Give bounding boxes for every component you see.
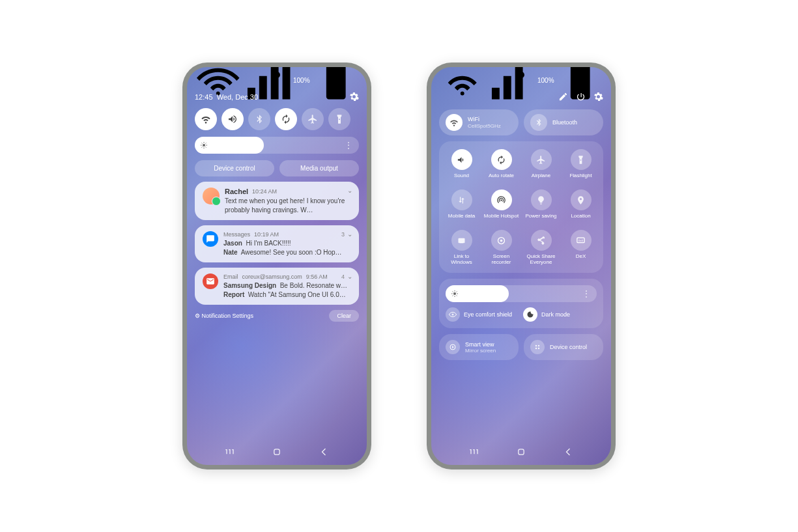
recents-button[interactable] [468, 445, 481, 458]
home-button[interactable] [515, 445, 528, 458]
rotate-toggle[interactable] [275, 108, 297, 130]
dex-icon: DeX [571, 230, 591, 251]
home-button[interactable] [270, 445, 283, 458]
device-control-button[interactable]: Device control [195, 160, 274, 176]
svg-point-14 [538, 348, 540, 350]
brightness-slider[interactable]: ⋮ [446, 285, 597, 302]
camera-hole [274, 72, 280, 78]
hotspot-icon [491, 189, 512, 210]
svg-rect-15 [519, 449, 524, 455]
tile-mobiledata[interactable]: Mobile data [443, 189, 480, 225]
tile-label: Flashlight [569, 173, 591, 184]
tile-label: Mobile data [448, 213, 475, 225]
notification-email[interactable]: 4⌄ Emailcoreux@samsung.com9:56 AM Samsun… [195, 268, 359, 305]
airplane-toggle[interactable] [302, 108, 324, 130]
sound-toggle[interactable] [221, 108, 244, 130]
svg-point-5 [500, 239, 503, 242]
tile-flashlight[interactable]: Flashlight [562, 149, 599, 184]
signal-icon [488, 67, 534, 104]
media-output-button[interactable]: Media output [279, 160, 359, 176]
svg-point-12 [538, 345, 540, 347]
tile-link[interactable]: Link to Windows [443, 230, 480, 265]
battery-text: 100% [537, 77, 554, 84]
notif-time: 10:24 AM [252, 188, 277, 195]
clock: 12:45 [195, 93, 213, 101]
brightness-icon [451, 290, 459, 298]
wifi-button[interactable]: WiFiCellSpot5GHz [439, 109, 519, 135]
svg-point-11 [535, 345, 537, 347]
avatar-icon [203, 188, 220, 204]
date: Wed, Dec 30 [217, 93, 258, 101]
tile-label: Mobile Hotspot [484, 213, 519, 225]
eye-icon [446, 307, 460, 322]
wifi-icon [446, 114, 463, 131]
sound-icon [451, 149, 472, 170]
tile-quickshare[interactable]: Quick Share Everyone [522, 230, 560, 265]
bluetooth-icon [530, 114, 547, 131]
svg-point-13 [535, 348, 537, 350]
bluetooth-button[interactable]: Bluetooth [524, 109, 603, 135]
messages-icon [203, 231, 218, 247]
display-section: ⋮ Eye comfort shield Dark mode [439, 279, 603, 328]
svg-point-9 [452, 314, 454, 316]
camera-hole [518, 72, 524, 78]
chevron-down-icon[interactable]: ⌄ [347, 231, 352, 238]
flashlight-icon [571, 149, 591, 170]
svg-rect-3 [460, 242, 463, 243]
notification-settings-link[interactable]: ⚙ Notification Settings [195, 313, 253, 319]
tile-label: Sound [454, 173, 469, 184]
svg-point-8 [453, 292, 456, 295]
back-button[interactable] [317, 445, 330, 458]
quick-settings-row [195, 108, 359, 130]
tile-hotspot[interactable]: Mobile Hotspot [483, 189, 520, 225]
bluetooth-toggle[interactable] [248, 108, 270, 130]
flashlight-toggle[interactable] [328, 108, 350, 130]
edit-icon[interactable] [558, 92, 568, 102]
airplane-icon [531, 149, 552, 170]
rotate-icon [491, 149, 512, 170]
cast-icon [446, 340, 460, 354]
notif-body: Text me when you get here! I know you're… [225, 197, 351, 214]
link-icon [451, 230, 472, 251]
tile-label: Screen recorder [483, 253, 520, 265]
dark-mode-icon [523, 307, 537, 322]
back-button[interactable] [562, 445, 575, 458]
chevron-down-icon[interactable]: ⌄ [347, 187, 352, 194]
tile-location[interactable]: Location [562, 189, 599, 225]
tile-label: Airplane [532, 173, 550, 184]
phone-left-notification-panel: 100% 12:45 Wed, Dec 30 ⋮ Device control … [182, 63, 371, 469]
recents-button[interactable] [223, 445, 236, 458]
tile-label: Link to Windows [443, 253, 480, 265]
wifi-icon [439, 67, 485, 104]
mobiledata-icon [451, 189, 472, 210]
tile-label: DeX [576, 253, 586, 265]
grid-icon [530, 340, 545, 354]
tile-label: Quick Share Everyone [522, 253, 560, 265]
tile-record[interactable]: Screen recorder [483, 230, 520, 265]
tile-dex[interactable]: DeXDeX [562, 230, 599, 265]
location-icon [571, 189, 591, 210]
brightness-slider[interactable]: ⋮ [195, 137, 359, 154]
settings-icon[interactable] [349, 92, 359, 102]
tile-powersave[interactable]: Power saving [522, 189, 560, 225]
svg-rect-1 [274, 449, 279, 455]
eye-comfort-toggle[interactable]: Eye comfort shield [446, 307, 519, 322]
powersave-icon [531, 189, 552, 210]
notification-rachel[interactable]: ⌄ Rachel10:24 AM Text me when you get he… [195, 182, 359, 220]
device-control-button[interactable]: Device control [524, 334, 603, 360]
wifi-toggle[interactable] [195, 108, 217, 130]
tile-label: Location [571, 213, 590, 225]
chevron-down-icon[interactable]: ⌄ [347, 273, 352, 280]
notification-messages[interactable]: 3⌄ Messages10:19 AM Jason Hi I'm BACK!!!… [195, 225, 359, 262]
dark-mode-toggle[interactable]: Dark mode [523, 307, 597, 322]
tile-airplane[interactable]: Airplane [522, 149, 560, 184]
tile-sound[interactable]: Sound [443, 149, 480, 184]
quick-settings-grid: SoundAuto rotateAirplaneFlashlightMobile… [439, 141, 603, 273]
nav-bar [431, 445, 611, 458]
settings-icon[interactable] [593, 92, 603, 102]
power-icon[interactable] [576, 92, 586, 102]
clear-button[interactable]: Clear [329, 310, 359, 322]
phone-right-quick-settings-panel: 100% WiFiCellSpot5GHz Bluetooth SoundAut… [427, 63, 616, 469]
smart-view-button[interactable]: Smart viewMirror screen [439, 334, 519, 360]
tile-rotate[interactable]: Auto rotate [483, 149, 520, 184]
